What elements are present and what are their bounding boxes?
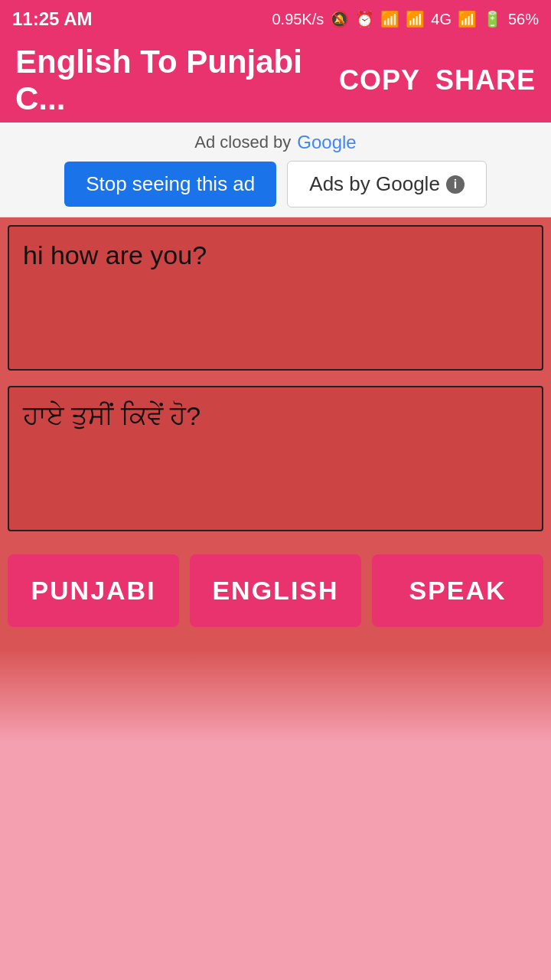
app-bar-actions: COPY SHARE [339,64,536,96]
signal-icon: 📶 [406,10,425,28]
punjabi-output-box: ਹਾਏ ਤੁਸੀਂ ਕਿਵੇਂ ਹੋ? [8,386,543,531]
network-type: 4G [431,11,452,28]
ad-closed-text: Ad closed by Google [194,132,356,153]
ads-by-google-button[interactable]: Ads by Google i [287,161,487,207]
info-icon: i [446,175,465,194]
ad-buttons-row: Stop seeing this ad Ads by Google i [64,161,487,207]
speak-button[interactable]: SPEAK [372,554,543,627]
english-input-box[interactable]: hi how are you? [8,225,543,371]
status-left: 11:25 AM [12,8,92,30]
wifi-icon: 📶 [380,10,399,28]
english-button[interactable]: ENGLISH [190,554,361,627]
share-button[interactable]: SHARE [435,64,536,96]
app-title: English To Punjabi C... [15,44,339,117]
ad-closed-label: Ad closed by [194,132,291,152]
alarm-icon: ⏰ [355,10,374,28]
battery-icon: 🔋 [483,10,502,28]
stop-seeing-button[interactable]: Stop seeing this ad [64,162,276,207]
network-speed: 0.95K/s [272,11,324,28]
ads-by-google-label: Ads by Google [309,172,440,196]
lower-background [0,650,551,956]
main-content: hi how are you? ਹਾਏ ਤੁਸੀਂ ਕਿਵੇਂ ਹੋ? PUNJ… [0,217,551,650]
english-text: hi how are you? [23,240,207,270]
google-logo-text: Google [297,132,356,153]
status-bar: 11:25 AM 0.95K/s 🔕 ⏰ 📶 📶 4G 📶 🔋 56% [0,0,551,38]
buttons-row: PUNJABI ENGLISH SPEAK [8,547,543,635]
app-bar: English To Punjabi C... COPY SHARE [0,38,551,122]
status-time: 11:25 AM [12,8,92,30]
punjabi-button[interactable]: PUNJABI [8,554,179,627]
signal-bars-icon: 📶 [458,10,477,28]
battery-percent: 56% [508,11,539,28]
copy-button[interactable]: COPY [339,64,420,96]
ad-banner: Ad closed by Google Stop seeing this ad … [0,122,551,217]
mute-icon: 🔕 [330,10,349,28]
punjabi-text: ਹਾਏ ਤੁਸੀਂ ਕਿਵੇਂ ਹੋ? [23,401,201,430]
status-right: 0.95K/s 🔕 ⏰ 📶 📶 4G 📶 🔋 56% [272,10,539,28]
